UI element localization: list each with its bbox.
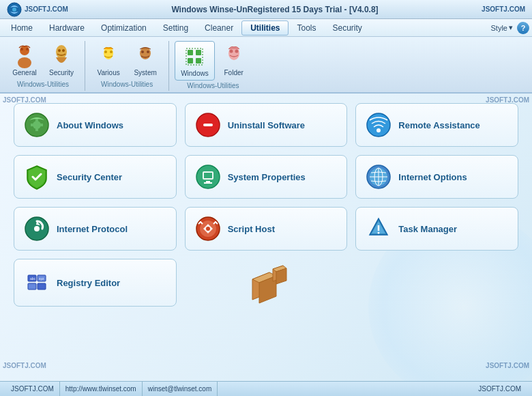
task-manager-icon [366, 216, 391, 242]
security-center-label: Security Center [57, 172, 122, 182]
group2-label: Windows-Utilities [101, 81, 153, 89]
toolbar-system-btn[interactable]: System [128, 41, 163, 79]
menu-bar: Home Hardware Optimization Setting Clean… [0, 19, 532, 37]
menu-setting[interactable]: Setting [155, 21, 196, 35]
svg-point-2 [20, 46, 29, 55]
script-host-icon [195, 216, 221, 242]
group1-label: Windows-Utilities [17, 81, 69, 89]
script-host-label: Script Host [228, 224, 275, 234]
svg-point-6 [56, 45, 67, 59]
cards-grid: About Windows Uninstall Software [14, 103, 518, 307]
svg-rect-27 [203, 124, 213, 126]
internet-protocol-icon [24, 216, 50, 242]
uninstall-software-label: Uninstall Software [228, 120, 305, 130]
svg-rect-18 [196, 58, 201, 63]
svg-text:abc: abc [30, 277, 36, 281]
svg-rect-49 [28, 283, 36, 289]
help-button[interactable]: ? [517, 22, 529, 34]
svg-point-13 [141, 51, 144, 53]
menu-right: Style ▾ ? [491, 22, 529, 34]
group3-label: Windows-Utilities [187, 82, 239, 91]
toolbar-group-general: General Security Windows-Utilities [7, 41, 79, 91]
card-remote-assistance[interactable]: Remote Assistance [355, 103, 518, 147]
uninstall-icon [195, 112, 221, 138]
svg-point-41 [34, 226, 40, 231]
svg-rect-34 [204, 182, 212, 184]
svg-point-1 [12, 8, 16, 12]
remote-assistance-label: Remote Assistance [398, 120, 479, 130]
menu-optimization[interactable]: Optimization [93, 21, 155, 35]
toolbar-various-btn[interactable]: Various [91, 41, 126, 79]
card-security-center[interactable]: Security Center [14, 155, 177, 199]
system-properties-label: System Properties [228, 172, 306, 182]
system-label: System [134, 69, 156, 76]
menu-security[interactable]: Security [325, 21, 370, 35]
menu-cleaner[interactable]: Cleaner [196, 21, 241, 35]
card-internet-options[interactable]: Internet Options [355, 155, 518, 199]
menu-tools[interactable]: Tools [289, 21, 324, 35]
windows-toolbar-icon [182, 44, 207, 69]
security-center-icon [24, 164, 50, 190]
general-label: General [12, 69, 37, 76]
security-toolbar-label: Security [49, 69, 74, 76]
internet-protocol-label: Internet Protocol [57, 224, 128, 234]
svg-point-8 [62, 49, 65, 52]
svg-point-11 [110, 51, 113, 53]
toolbar-security-btn[interactable]: Security [44, 41, 79, 79]
security-toolbar-icon [49, 44, 74, 68]
remote-icon [366, 112, 391, 138]
menu-home[interactable]: Home [3, 21, 41, 35]
watermark-bottom-left: JSOFTJ.COM [3, 362, 46, 369]
toolbar-windows-btn[interactable]: Windows [175, 41, 215, 81]
logo-left: JSOFTJ.COM [7, 2, 68, 17]
svg-point-7 [58, 49, 61, 52]
various-label: Various [98, 69, 120, 76]
toolbar: General Security Windows-Utilities [0, 37, 532, 94]
registry-editor-icon: abc xyz [24, 270, 50, 296]
toolbar-separator-1 [85, 41, 85, 91]
toolbar-group-various: Various System Windows-Utilities [91, 41, 163, 91]
card-about-windows[interactable]: About Windows [14, 103, 177, 147]
svg-point-4 [20, 48, 23, 51]
status-bar: JSOFTJ.COM http://www.tlwinset.com winse… [0, 381, 532, 396]
menu-hardware[interactable]: Hardware [41, 21, 93, 35]
card-system-properties[interactable]: System Properties [185, 155, 348, 199]
system-properties-icon [195, 164, 221, 190]
svg-point-5 [26, 48, 29, 51]
various-icon [96, 44, 121, 68]
svg-point-10 [104, 51, 107, 53]
card-script-host[interactable]: Script Host [185, 207, 348, 251]
style-button[interactable]: Style ▾ [491, 23, 513, 32]
card-internet-protocol[interactable]: Internet Protocol [14, 207, 177, 251]
status-email: winset@tlwinset.com [143, 382, 218, 396]
toolbar-folder-btn[interactable]: Folder [216, 41, 252, 81]
card-task-manager[interactable]: Task Manager [355, 207, 518, 251]
card-registry-editor[interactable]: abc xyz Registry Editor [14, 259, 177, 307]
main-content: JSOFTJ.COM JSOFTJ.COM JSOFTJ.COM JSOFTJ.… [0, 94, 532, 388]
svg-rect-15 [188, 50, 193, 55]
general-icon [12, 44, 37, 68]
internet-options-icon [366, 164, 391, 190]
svg-point-44 [206, 227, 210, 231]
svg-text:xyz: xyz [39, 277, 44, 281]
svg-rect-17 [188, 58, 193, 63]
svg-point-21 [235, 50, 238, 53]
svg-point-29 [376, 128, 381, 132]
status-logo-right: JSOFTJ.COM [473, 382, 527, 396]
menu-utilities[interactable]: Utilities [241, 20, 289, 36]
window-title: Windows Winse-UnRegistered 15 Days Trial… [68, 5, 482, 14]
logo-right-text: JSOFTJ.COM [482, 5, 525, 13]
card-uninstall-software[interactable]: Uninstall Software [185, 103, 348, 147]
status-logo-left: JSOFTJ.COM [5, 382, 60, 396]
title-bar: JSOFTJ.COM Windows Winse-UnRegistered 15… [0, 0, 532, 19]
system-icon [133, 44, 158, 68]
internet-options-label: Internet Options [398, 172, 467, 182]
registry-editor-label: Registry Editor [57, 278, 120, 288]
status-url: http://www.tlwinset.com [60, 382, 143, 396]
toolbar-general-btn[interactable]: General [7, 41, 42, 79]
svg-rect-16 [196, 50, 201, 55]
task-manager-label: Task Manager [398, 224, 457, 234]
toolbar-group-windows: Windows Folder Windows-Utilities [175, 41, 252, 91]
folder-label: Folder [224, 69, 243, 76]
about-windows-label: About Windows [57, 120, 123, 130]
